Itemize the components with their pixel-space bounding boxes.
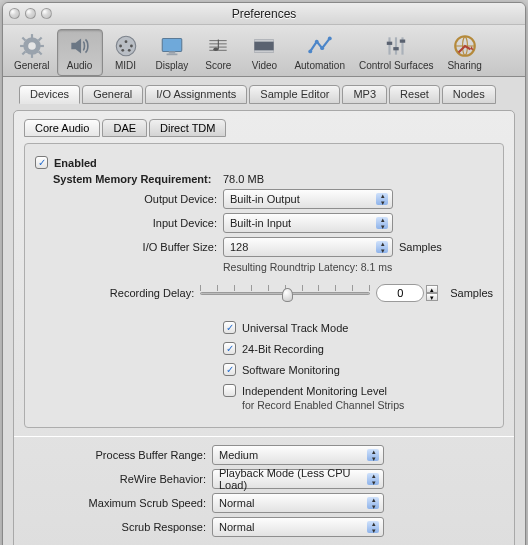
- svg-point-12: [124, 40, 127, 43]
- subtab-core-audio[interactable]: Core Audio: [24, 119, 100, 137]
- stepper-down-icon[interactable]: ▾: [426, 293, 438, 301]
- svg-rect-35: [387, 42, 392, 45]
- output-device-label: Output Device:: [35, 193, 223, 205]
- speaker-icon: [64, 32, 96, 60]
- check-icon: ✓: [223, 363, 236, 376]
- svg-point-28: [308, 49, 312, 53]
- tab-reset[interactable]: Reset: [389, 85, 440, 104]
- toolbar-label: Sharing: [447, 60, 481, 71]
- svg-rect-3: [31, 54, 33, 58]
- toolbar-display[interactable]: Display: [149, 29, 196, 76]
- enabled-checkbox[interactable]: ✓ Enabled: [35, 156, 493, 169]
- scrub-speed-label: Maximum Scrub Speed:: [24, 497, 212, 509]
- svg-rect-26: [255, 40, 275, 42]
- updown-icon: ▴▾: [381, 216, 385, 230]
- latency-text: Resulting Roundtrip Latency: 8.1 ms: [223, 261, 392, 273]
- output-device-value: Built-in Output: [230, 193, 300, 205]
- scrub-speed-value: Normal: [219, 497, 254, 509]
- svg-point-29: [314, 40, 318, 44]
- slider-thumb-icon[interactable]: [282, 288, 293, 302]
- recording-delay-stepper[interactable]: 0 ▴ ▾: [376, 284, 438, 302]
- svg-rect-37: [400, 40, 405, 43]
- toolbar-score[interactable]: Score: [195, 29, 241, 76]
- subtab-direct-tdm[interactable]: Direct TDM: [149, 119, 226, 137]
- input-device-label: Input Device:: [35, 217, 223, 229]
- score-icon: [202, 32, 234, 60]
- svg-rect-18: [167, 54, 178, 56]
- toolbar: General Audio MIDI Display Score: [3, 25, 525, 77]
- minimize-icon[interactable]: [25, 8, 36, 19]
- svg-rect-16: [162, 38, 182, 51]
- tab-devices[interactable]: Devices: [19, 85, 80, 104]
- recording-delay-value[interactable]: 0: [376, 284, 424, 302]
- io-buffer-select[interactable]: 128 ▴▾: [223, 237, 393, 257]
- svg-point-15: [127, 49, 130, 52]
- sharing-icon: [449, 32, 481, 60]
- process-buffer-select[interactable]: Medium ▴▾: [212, 445, 384, 465]
- tab-nodes[interactable]: Nodes: [442, 85, 496, 104]
- svg-rect-27: [255, 50, 275, 52]
- software-monitoring-checkbox[interactable]: ✓ Software Monitoring: [223, 363, 340, 376]
- recording-delay-unit: Samples: [450, 287, 493, 299]
- toolbar-midi[interactable]: MIDI: [103, 29, 149, 76]
- midi-icon: [110, 32, 142, 60]
- rewire-select[interactable]: Playback Mode (Less CPU Load) ▴▾: [212, 469, 384, 489]
- svg-point-30: [320, 46, 324, 50]
- updown-icon: ▴▾: [381, 192, 385, 206]
- universal-track-mode-checkbox[interactable]: ✓ Universal Track Mode: [223, 321, 348, 334]
- close-icon[interactable]: [9, 8, 20, 19]
- tab-io-assignments[interactable]: I/O Assignments: [145, 85, 247, 104]
- svg-rect-24: [218, 40, 219, 50]
- preferences-window: Preferences General Audio MIDI Display: [2, 2, 526, 545]
- tab-general[interactable]: General: [82, 85, 143, 104]
- scrub-response-label: Scrub Response:: [24, 521, 212, 533]
- svg-rect-2: [31, 34, 33, 38]
- toolbar-sharing[interactable]: Sharing: [440, 29, 488, 76]
- sliders-icon: [380, 32, 412, 60]
- titlebar[interactable]: Preferences: [3, 3, 525, 25]
- rewire-label: ReWire Behavior:: [24, 473, 212, 485]
- bit24-label: 24-Bit Recording: [242, 343, 324, 355]
- toolbar-video[interactable]: Video: [241, 29, 287, 76]
- updown-icon: ▴▾: [372, 472, 376, 486]
- display-icon: [156, 32, 188, 60]
- updown-icon: ▴▾: [372, 448, 376, 462]
- video-icon: [248, 32, 280, 60]
- 24bit-recording-checkbox[interactable]: ✓ 24-Bit Recording: [223, 342, 324, 355]
- tab-sample-editor[interactable]: Sample Editor: [249, 85, 340, 104]
- input-device-select[interactable]: Built-in Input ▴▾: [223, 213, 393, 233]
- rewire-value: Playback Mode (Less CPU Load): [219, 467, 365, 491]
- tab-row: Devices General I/O Assignments Sample E…: [13, 85, 515, 104]
- subtab-dae[interactable]: DAE: [102, 119, 147, 137]
- toolbar-label: Automation: [294, 60, 345, 71]
- check-icon: ✓: [223, 342, 236, 355]
- window-controls: [9, 8, 52, 19]
- toolbar-audio[interactable]: Audio: [57, 29, 103, 76]
- automation-icon: [304, 32, 336, 60]
- toolbar-label: Audio: [67, 60, 93, 71]
- stepper-up-icon[interactable]: ▴: [426, 285, 438, 293]
- recording-delay-slider[interactable]: [200, 283, 370, 303]
- independent-monitoring-checkbox[interactable]: ✓ Independent Monitoring Level: [223, 384, 404, 397]
- toolbar-label: Score: [205, 60, 231, 71]
- scrub-speed-select[interactable]: Normal ▴▾: [212, 493, 384, 513]
- toolbar-general[interactable]: General: [7, 29, 57, 76]
- memory-value: 78.0 MB: [223, 173, 264, 185]
- zoom-icon[interactable]: [41, 8, 52, 19]
- toolbar-control-surfaces[interactable]: Control Surfaces: [352, 29, 440, 76]
- tab-mp3[interactable]: MP3: [342, 85, 387, 104]
- toolbar-label: General: [14, 60, 50, 71]
- svg-point-23: [214, 48, 219, 51]
- toolbar-label: MIDI: [115, 60, 136, 71]
- scrub-response-select[interactable]: Normal ▴▾: [212, 517, 384, 537]
- updown-icon: ▴▾: [372, 520, 376, 534]
- output-device-select[interactable]: Built-in Output ▴▾: [223, 189, 393, 209]
- svg-point-31: [327, 36, 331, 40]
- gear-icon: [16, 32, 48, 60]
- toolbar-automation[interactable]: Automation: [287, 29, 352, 76]
- indep-sublabel: for Record Enabled Channel Strips: [242, 399, 404, 411]
- svg-point-13: [130, 45, 133, 48]
- recording-delay-label: Recording Delay:: [35, 287, 200, 299]
- svg-rect-36: [393, 47, 398, 50]
- subtab-row: Core Audio DAE Direct TDM: [24, 119, 504, 137]
